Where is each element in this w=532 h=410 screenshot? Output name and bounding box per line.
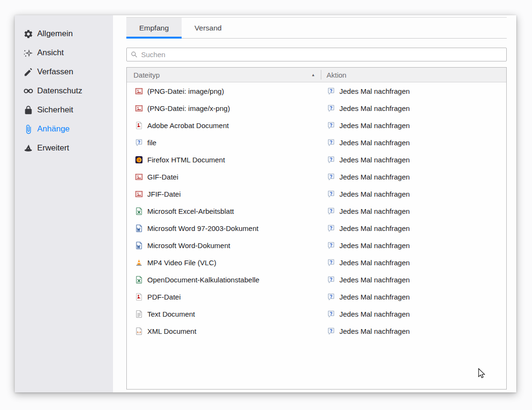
sidebar-item-label: Anhänge [37, 124, 70, 134]
table-row[interactable]: file Jedes Mal nachfragen [127, 134, 506, 151]
xml-document-icon [135, 327, 143, 335]
action-label: Jedes Mal nachfragen [339, 156, 410, 164]
filetype-label: OpenDocument-Kalkulationstabelle [147, 276, 259, 284]
table-row[interactable]: Microsoft Excel-Arbeitsblatt Jedes Mal n… [127, 202, 506, 220]
action-label: Jedes Mal nachfragen [339, 241, 410, 250]
action-cell[interactable]: Jedes Mal nachfragen [321, 173, 506, 181]
filetype-label: PDF-Datei [147, 293, 181, 301]
tab-empfang[interactable]: Empfang [126, 18, 182, 38]
action-label: Jedes Mal nachfragen [339, 139, 410, 147]
action-cell[interactable]: Jedes Mal nachfragen [321, 259, 506, 267]
tab-versand[interactable]: Versand [182, 18, 235, 38]
filetype-label: file [147, 139, 156, 147]
filetype-label: Microsoft Word-Dokument [147, 241, 230, 250]
attachments-panel: Empfang Versand Dateityp ▲ Aktion [113, 15, 516, 392]
column-header-dateityp[interactable]: Dateityp ▲ [127, 68, 321, 82]
action-cell[interactable]: Jedes Mal nachfragen [321, 139, 506, 147]
tab-versand-label: Versand [194, 24, 222, 32]
action-cell[interactable]: Jedes Mal nachfragen [321, 276, 506, 284]
search-icon [131, 51, 138, 58]
ask-question-icon [327, 190, 335, 198]
action-cell[interactable]: Jedes Mal nachfragen [321, 327, 506, 335]
table-row[interactable]: Microsoft Word-Dokument Jedes Mal nachfr… [127, 237, 506, 254]
sidebar-item-erweitert[interactable]: Erweitert [15, 139, 113, 158]
tab-empfang-label: Empfang [139, 24, 169, 32]
filetype-label: Microsoft Excel-Arbeitsblatt [147, 207, 234, 215]
sidebar-item-datenschutz[interactable]: Datenschutz [15, 81, 113, 100]
action-cell[interactable]: Jedes Mal nachfragen [321, 224, 506, 232]
action-cell[interactable]: Jedes Mal nachfragen [321, 121, 506, 130]
sidebar-item-ansicht[interactable]: Ansicht [15, 43, 113, 62]
filetype-label: Firefox HTML Document [147, 156, 225, 164]
attachments-tabbar: Empfang Versand [126, 17, 507, 39]
ask-question-icon [327, 224, 335, 232]
table-row[interactable]: (PNG-Datei: image/x-png) Jedes Mal nachf… [127, 100, 506, 117]
mask-icon [23, 86, 33, 96]
excel-file-icon [135, 207, 143, 215]
sidebar-item-label: Erweitert [37, 143, 69, 153]
action-cell[interactable]: Jedes Mal nachfragen [321, 104, 506, 112]
ask-question-icon [327, 276, 335, 284]
search-input[interactable] [126, 48, 507, 61]
table-row[interactable]: Text Document Jedes Mal nachfragen [127, 305, 506, 322]
sidebar-item-label: Ansicht [37, 48, 64, 58]
ask-question-icon [327, 310, 335, 318]
image-file-icon [135, 104, 143, 112]
image-file-icon [135, 190, 143, 198]
table-body: (PNG-Datei: image/png) Jedes Mal nachfra… [127, 82, 506, 340]
image-file-icon [135, 87, 143, 95]
text-document-icon [135, 310, 143, 318]
action-label: Jedes Mal nachfragen [339, 276, 410, 284]
search-container [126, 48, 507, 61]
word-file-icon [135, 224, 143, 232]
sidebar-item-allgemein[interactable]: Allgemein [15, 24, 113, 43]
action-label: Jedes Mal nachfragen [339, 259, 410, 267]
action-cell[interactable]: Jedes Mal nachfragen [321, 293, 506, 301]
sidebar-item-anh-nge[interactable]: Anhänge [15, 120, 113, 139]
action-label: Jedes Mal nachfragen [339, 190, 410, 198]
filetype-label: (PNG-Datei: image/png) [147, 87, 224, 95]
table-row[interactable]: GIF-Datei Jedes Mal nachfragen [127, 168, 506, 185]
table-row[interactable]: (PNG-Datei: image/png) Jedes Mal nachfra… [127, 82, 506, 100]
column-header-dateityp-label: Dateityp [133, 71, 160, 79]
action-label: Jedes Mal nachfragen [339, 207, 410, 215]
table-row[interactable]: Adobe Acrobat Document Jedes Mal nachfra… [127, 117, 506, 134]
gear-icon [23, 29, 33, 39]
action-cell[interactable]: Jedes Mal nachfragen [321, 207, 506, 215]
filetype-label: JFIF-Datei [147, 190, 181, 198]
action-cell[interactable]: Jedes Mal nachfragen [321, 190, 506, 198]
action-cell[interactable]: Jedes Mal nachfragen [321, 156, 506, 164]
column-header-aktion-label: Aktion [327, 71, 347, 79]
sidebar-item-sicherheit[interactable]: Sicherheit [15, 100, 113, 120]
sidebar-item-verfassen[interactable]: Verfassen [15, 62, 113, 81]
vlc-file-icon [135, 259, 143, 267]
table-row[interactable]: PDF-Datei Jedes Mal nachfragen [127, 288, 506, 305]
action-label: Jedes Mal nachfragen [339, 104, 410, 112]
table-row[interactable]: Firefox HTML Document Jedes Mal nachfrag… [127, 151, 506, 168]
action-label: Jedes Mal nachfragen [339, 224, 410, 232]
ask-question-icon [327, 156, 335, 164]
filetype-label: Microsoft Word 97-2003-Dokument [147, 224, 258, 232]
paperclip-icon [23, 124, 33, 134]
word-file-icon [135, 241, 143, 250]
unknown-file-icon [135, 139, 143, 147]
ask-question-icon [327, 241, 335, 250]
wizard-hat-icon [23, 143, 33, 153]
action-label: Jedes Mal nachfragen [339, 310, 410, 318]
sidebar-item-label: Verfassen [37, 67, 73, 77]
table-row[interactable]: OpenDocument-Kalkulationstabelle Jedes M… [127, 271, 506, 288]
action-cell[interactable]: Jedes Mal nachfragen [321, 310, 506, 318]
action-cell[interactable]: Jedes Mal nachfragen [321, 241, 506, 250]
table-header: Dateityp ▲ Aktion [127, 68, 506, 82]
column-header-aktion[interactable]: Aktion [321, 68, 506, 82]
filetype-label: MP4 Video File (VLC) [147, 259, 216, 267]
filetype-label: Adobe Acrobat Document [147, 121, 229, 130]
table-row[interactable]: Microsoft Word 97-2003-Dokument Jedes Ma… [127, 220, 506, 237]
lock-icon [23, 105, 33, 115]
pencil-icon [23, 67, 33, 77]
action-cell[interactable]: Jedes Mal nachfragen [321, 87, 506, 95]
settings-sidebar: Allgemein Ansicht Verfassen Datenschutz … [15, 15, 113, 392]
table-row[interactable]: JFIF-Datei Jedes Mal nachfragen [127, 185, 506, 202]
table-row[interactable]: XML Document Jedes Mal nachfragen [127, 322, 506, 340]
table-row[interactable]: MP4 Video File (VLC) Jedes Mal nachfrage… [127, 254, 506, 271]
